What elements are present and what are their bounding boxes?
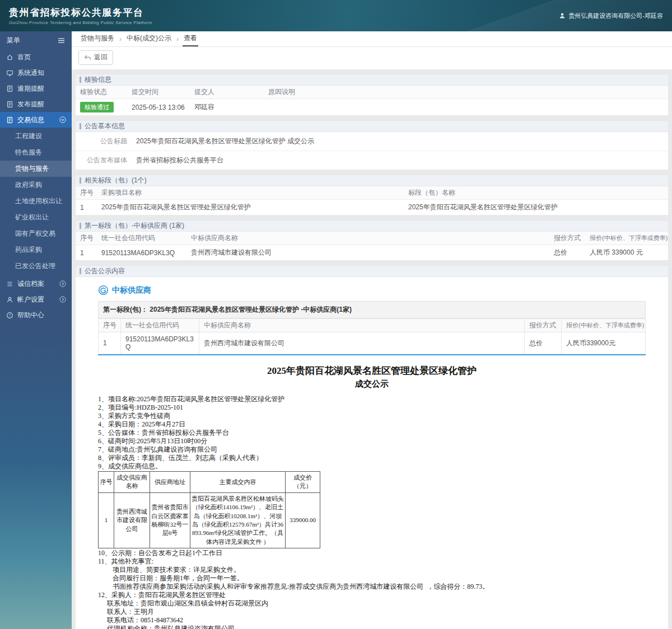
col-header: 序号	[99, 319, 121, 332]
chevron-down-circle-icon	[59, 116, 66, 123]
section-announcement-content: 公告公示内容 中标供应商 第一标段(包)： 2025年贵阳百花湖风景名胜区管理处…	[75, 265, 669, 629]
supplier-heading-label: 中标供应商	[112, 285, 151, 295]
document-icon	[6, 85, 13, 92]
doc-line: 10、公示期：自公告发布之日起1个工作日	[98, 549, 646, 557]
cell-supplier-address: 贵州省贵阳市白云区龚家寨杨柳街32号一层6号	[150, 492, 190, 548]
doc-line: 联系电话：0851-84873642	[98, 616, 646, 625]
col-header: 提交人	[190, 86, 264, 99]
sidebar-item-publish-reminder[interactable]: 发布提醒	[0, 96, 72, 112]
col-header: 供应商地址	[150, 472, 190, 493]
sidebar-item-overdue-reminder[interactable]: 逾期提醒	[0, 81, 72, 96]
supplier-info-table: 序号 成交供应商名称 供应商地址 主要成交内容 成交价（元） 1 贵州西湾城市建…	[98, 471, 320, 548]
question-circle-icon: ?	[6, 312, 13, 319]
home-icon	[6, 54, 13, 61]
blue-divider	[98, 354, 646, 355]
table-row: 1 91520113MA6DP3KL3Q 贵州西湾城市建设有限公司 总价 人民币…	[99, 332, 646, 354]
user-name: 贵州弘典建设咨询有限公司-邓廷容	[568, 12, 663, 20]
trade-submenu-item[interactable]: 土地使用权出让	[0, 193, 72, 209]
sidebar-item-system-notice[interactable]: 系统通知	[0, 65, 72, 81]
winning-supplier-heading: 中标供应商	[98, 285, 646, 295]
table-header-row: 核验状态 提交时间 提交人 原因说明	[76, 86, 668, 99]
toolbar: 返回	[72, 47, 672, 69]
doc-line: 8、评审成员：李新阔、伍茂兰、刘志高（采购人代表）	[98, 454, 646, 462]
breadcrumb-separator: ›	[176, 31, 179, 46]
table-header-row: 序号 统一社会信用代码 中标供应商名称 报价方式 报价(中标价、下浮率或费率)	[99, 319, 646, 332]
person-icon	[6, 296, 13, 303]
sidebar-item-credit-archive[interactable]: 诚信档案	[0, 276, 72, 292]
trade-submenu-item[interactable]: 药品采购	[0, 242, 72, 258]
trade-submenu-item[interactable]: 政府采购	[0, 177, 72, 193]
back-button[interactable]: 返回	[78, 50, 113, 65]
doc-line: 2、项目编号:HDZB-2025-101	[98, 403, 646, 412]
trade-submenu-item[interactable]: 矿业权出让	[0, 209, 72, 226]
sidebar-item-home[interactable]: 首页	[0, 49, 72, 65]
document-lines-after: 10、公示期：自公告发布之日起1个工作日11、其他补充事宜:项目用途、简要技术要…	[98, 549, 646, 629]
main-area: 货物与服务 › 中标(成交)公示 › 查看 返回 核验信息	[72, 31, 672, 629]
col-header: 采购项目名称	[97, 186, 404, 200]
doc-line: 11、其他补充事宜:	[98, 557, 646, 566]
section-header: 公告公示内容	[75, 265, 669, 277]
cell-credit-code: 91520113MA6DP3KL3Q	[97, 245, 186, 261]
sidebar-item-help-center[interactable]: ? 帮助中心	[0, 307, 72, 323]
app-shell: 菜单 首页 系统通知 逾期提醒 发布提醒 交易信息 工程建设特色服务货物与服务政…	[0, 31, 672, 629]
cell-reason	[264, 99, 668, 116]
table-header-row: 序号 统一社会信用代码 中标供应商名称 报价方式 报价(中标价、下浮率或费率)	[76, 232, 668, 245]
doc-line: 5、公告媒体：贵州省招标投标公共服务平台	[98, 429, 646, 437]
trade-submenu-item[interactable]: 货物与服务	[0, 161, 72, 177]
back-label: 返回	[94, 53, 108, 62]
sidebar-item-account-settings[interactable]: 帐户设置	[0, 292, 72, 307]
col-header: 标段（包）名称	[404, 186, 668, 200]
related-packages-table: 序号 采购项目名称 标段（包）名称 1 2025年贵阳百花湖风景名胜区管理处景区…	[76, 186, 668, 215]
section-body: 公告标题 2025年贵阳百花湖风景名胜区管理处景区绿化管护 成交公示 公告发布媒…	[75, 132, 669, 170]
basic-info-table: 公告标题 2025年贵阳百花湖风景名胜区管理处景区绿化管护 成交公示 公告发布媒…	[76, 132, 668, 170]
cell-index: 1	[99, 492, 114, 548]
section-related-packages: 相关标段（包）(1个) 序号 采购项目名称 标段（包）名称 1 2025年贵阳百…	[75, 175, 669, 215]
user-account[interactable]: 贵州弘典建设咨询有限公司-邓廷容	[559, 12, 663, 20]
trade-submenu-item[interactable]: 国有产权交易	[0, 226, 72, 242]
supplier-logo-icon	[98, 285, 109, 295]
cell-submitter: 邓廷容	[190, 99, 264, 116]
trade-submenu-item[interactable]: 工程建设	[0, 128, 72, 144]
hamburger-icon[interactable]	[58, 37, 65, 44]
section-marker	[80, 223, 81, 229]
trade-submenu-item[interactable]: 特色服务	[0, 144, 72, 161]
cell-index: 1	[76, 200, 97, 215]
col-header: 报价方式	[525, 319, 562, 332]
breadcrumb-award-announcement[interactable]: 中标(成交)公示	[125, 31, 172, 46]
monitor-icon	[6, 69, 13, 77]
breadcrumb-goods-services[interactable]: 货物与服务	[80, 31, 115, 46]
section-basic-info: 公告基本信息 公告标题 2025年贵阳百花湖风景名胜区管理处景区绿化管护 成交公…	[75, 120, 669, 170]
section-marker	[80, 77, 81, 83]
trade-submenu-item[interactable]: 已发公告处理	[0, 258, 72, 274]
cell-index: 1	[99, 332, 121, 354]
back-icon	[84, 54, 91, 61]
col-header: 成交供应商名称	[114, 472, 150, 493]
section-header: 核验信息	[75, 74, 669, 86]
col-header: 核验状态	[76, 86, 127, 99]
table-row: 核验通过 2025-05-13 13:06 邓廷容	[76, 99, 668, 116]
doc-line: 联系地址：贵阳市观山湖区朱昌镇金钟村百花湖景区内	[98, 599, 646, 608]
trade-submenu: 工程建设特色服务货物与服务政府采购土地使用权出让矿业权出让国有产权交易药品采购已…	[0, 128, 72, 276]
document-icon	[6, 101, 13, 108]
document-lines-before: 1、项目名称:2025年贵阳百花湖风景名胜区管理处景区绿化管护2、项目编号:HD…	[98, 395, 646, 471]
sidebar-item-label: 首页	[17, 53, 66, 62]
col-header: 报价(中标价、下浮率或费率)	[562, 319, 646, 332]
cell-supplier-name: 贵州西湾城市建设有限公司	[114, 492, 150, 548]
sidebar-item-label: 逾期提醒	[17, 84, 66, 93]
section-title: 公告公示内容	[85, 266, 125, 276]
col-header: 提交时间	[127, 86, 190, 99]
col-header: 统一社会信用代码	[97, 232, 186, 245]
cell-supplier-name: 贵州西湾城市建设有限公司	[186, 245, 549, 261]
section-header: 相关标段（包）(1个)	[75, 175, 669, 186]
doc-line: 3、采购方式:竞争性磋商	[98, 412, 646, 420]
col-header: 序号	[76, 186, 97, 200]
table-header-row: 序号 成交供应商名称 供应商地址 主要成交内容 成交价（元）	[99, 472, 320, 493]
breadcrumb-view[interactable]: 查看	[183, 31, 198, 46]
cell-credit-code: 91520113MA6DP3KL3Q	[121, 332, 199, 354]
cell-quote-method: 总价	[525, 332, 562, 354]
sidebar-item-trade-info[interactable]: 交易信息	[0, 112, 72, 128]
document-icon	[6, 116, 13, 124]
doc-line: 4、采购日期：2025年4月27日	[98, 420, 646, 429]
col-header: 主要成交内容	[190, 472, 286, 493]
sidebar-menu-header: 菜单	[0, 31, 72, 49]
